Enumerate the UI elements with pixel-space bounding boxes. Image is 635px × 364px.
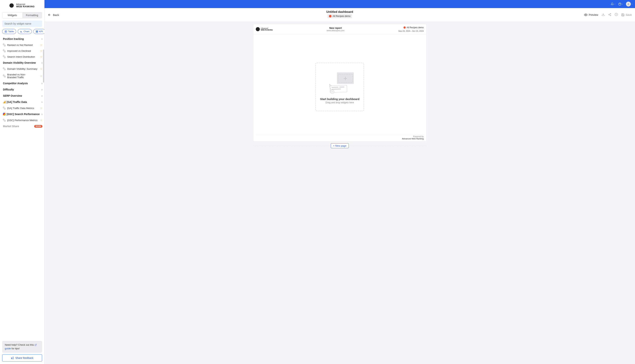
cat-position-tracking[interactable]: Position tracking › [2, 36, 44, 42]
type-chart-button[interactable]: Chart [18, 29, 32, 34]
star-icon[interactable]: ☆ [40, 119, 43, 122]
svg-rect-4 [37, 30, 38, 31]
tab-widgets[interactable]: Widgets [3, 12, 22, 18]
top-bar [45, 0, 268, 8]
cat-domain-visibility[interactable]: Domain Visibility Overview › [2, 60, 44, 66]
sidebar-tabs: Widgets Formatting [2, 12, 42, 18]
search-input[interactable] [2, 20, 42, 27]
chevron-right-icon: › [42, 94, 43, 97]
chevron-right-icon: › [42, 100, 43, 104]
star-icon[interactable]: ☆ [40, 74, 43, 78]
svg-rect-6 [37, 32, 38, 32]
report-logo: Advanced WEB RANKING [256, 27, 268, 31]
cat-gsc[interactable]: [GSC] Search Performance › [2, 111, 44, 117]
widget-icon [3, 107, 6, 109]
widget-icon [3, 44, 6, 46]
dashboard-header: Back Untitled dashboard All Recipes demo… [45, 8, 268, 22]
back-button[interactable]: Back [48, 13, 59, 16]
star-icon[interactable]: ☆ [40, 49, 43, 52]
svg-rect-5 [36, 32, 37, 32]
widget-icon [3, 56, 6, 58]
widget-ga-metrics[interactable]: [GA] Traffic Data Metrics ☆ [2, 105, 44, 111]
chevron-right-icon: › [42, 113, 43, 116]
new-page-row: + New page [253, 143, 268, 148]
widget-domain-summary[interactable]: Domain Visibility: Summary ☆ [2, 66, 44, 72]
logo[interactable]: Advanced WEB RANKING [0, 0, 44, 11]
star-icon[interactable]: ☆ [40, 67, 43, 70]
arrow-left-icon [48, 13, 51, 16]
search-field[interactable] [5, 22, 40, 25]
svg-rect-3 [36, 30, 37, 31]
report-divider [256, 135, 268, 135]
cat-difficulty[interactable]: Difficulty › [2, 86, 44, 93]
widget-improved[interactable]: Improved vs Declined ☆ [2, 48, 44, 54]
type-table-button[interactable]: Table [2, 29, 16, 34]
star-icon[interactable]: ☆ [40, 44, 43, 46]
type-kpi-button[interactable]: KPI [33, 29, 45, 34]
chevron-right-icon: › [42, 82, 43, 85]
widget-icon [3, 50, 6, 52]
canvas: Advanced WEB RANKING New report www.allr… [45, 22, 268, 154]
ga-icon [3, 101, 6, 103]
svg-rect-2 [5, 31, 7, 32]
logo-line2: WEB RANKING [16, 5, 35, 8]
widget-ranked[interactable]: Ranked vs Not Ranked ☆ [2, 42, 44, 48]
type-buttons: Table Chart KPI [2, 29, 42, 34]
chevron-right-icon: › [42, 38, 43, 40]
widget-gsc-metrics[interactable]: [GSC] Performance Metrics ☆ [2, 117, 44, 123]
kpi-icon [36, 30, 38, 33]
star-icon[interactable]: ☆ [40, 106, 43, 110]
cat-competitor[interactable]: Competitor Analysis › [2, 80, 44, 86]
star-icon[interactable]: ☆ [40, 55, 43, 58]
widget-icon [3, 75, 6, 77]
table-icon [5, 30, 7, 33]
widget-icon [3, 119, 6, 122]
widget-branded[interactable]: Branded vs Non-Branded Traffic ☆ [2, 72, 44, 80]
cat-serp[interactable]: SERP Overview › [2, 93, 44, 99]
chevron-right-icon: › [42, 61, 43, 64]
soon-badge: SOON [34, 125, 43, 128]
widget-icon [3, 68, 6, 70]
globe-icon [256, 27, 260, 31]
widget-list: Position tracking › Ranked vs Not Ranked… [0, 36, 44, 154]
logo-globe-icon [8, 2, 15, 9]
chevron-right-icon: › [42, 88, 43, 91]
cat-ga-traffic[interactable]: [GA] Traffic Data › [2, 99, 44, 105]
sidebar: Advanced WEB RANKING Widgets Formatting … [0, 0, 45, 154]
cat-market-share: Market Share SOON [2, 123, 44, 129]
gsc-icon [3, 113, 6, 116]
report-header: Advanced WEB RANKING New report www.allr… [253, 24, 268, 34]
widget-intent[interactable]: Search Intent Distribution ☆ [2, 54, 44, 60]
tab-formatting[interactable]: Formatting [22, 12, 42, 18]
chart-icon [20, 30, 23, 33]
report-page[interactable]: Advanced WEB RANKING New report www.allr… [253, 24, 268, 142]
scrollbar[interactable] [43, 50, 44, 82]
